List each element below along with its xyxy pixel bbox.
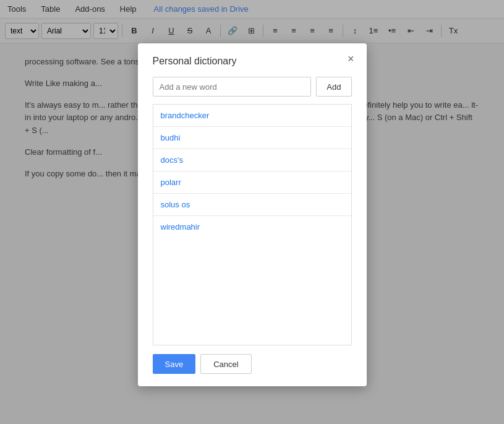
add-word-row: Add [153,77,352,97]
list-item[interactable]: docs's [153,149,351,171]
list-item[interactable]: solus os [153,194,351,216]
list-item[interactable]: wiredmahir [153,216,351,238]
cancel-button[interactable]: Cancel [200,354,251,374]
add-word-button[interactable]: Add [316,77,351,97]
new-word-input[interactable] [153,77,312,97]
dialog-close-button[interactable]: × [345,52,357,66]
save-button[interactable]: Save [153,354,196,374]
words-list: brandchecker budhi docs's polarr solus o… [153,104,352,345]
modal-overlay: Personal dictionary × Add brandchecker b… [0,0,504,424]
dialog-title: Personal dictionary [153,56,352,67]
personal-dictionary-dialog: Personal dictionary × Add brandchecker b… [138,43,367,386]
list-item[interactable]: brandchecker [153,105,351,127]
list-item[interactable]: budhi [153,127,351,149]
dialog-footer: Save Cancel [153,354,352,374]
list-item[interactable]: polarr [153,171,351,194]
